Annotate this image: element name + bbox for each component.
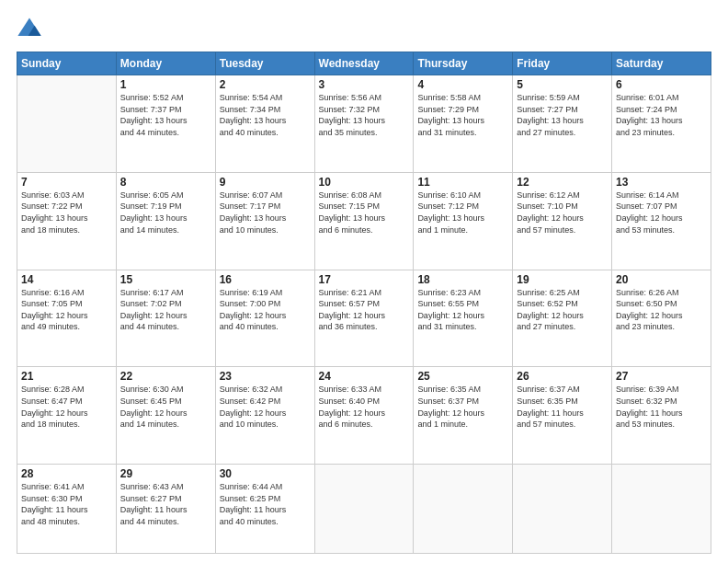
calendar-cell: 6Sunrise: 6:01 AM Sunset: 7:24 PM Daylig… [612, 75, 711, 173]
day-number: 26 [517, 370, 608, 383]
weekday-header-tuesday: Tuesday [215, 52, 314, 75]
calendar-table: SundayMondayTuesdayWednesdayThursdayFrid… [17, 52, 711, 554]
calendar-cell: 1Sunrise: 5:52 AM Sunset: 7:37 PM Daylig… [116, 75, 215, 173]
day-number: 10 [319, 176, 410, 189]
day-number: 2 [220, 78, 311, 91]
calendar-cell [314, 465, 414, 554]
day-info: Sunrise: 6:19 AM Sunset: 7:00 PM Dayligh… [220, 287, 311, 333]
calendar-cell: 14Sunrise: 6:16 AM Sunset: 7:05 PM Dayli… [17, 270, 117, 367]
calendar-cell: 29Sunrise: 6:43 AM Sunset: 6:27 PM Dayli… [116, 465, 215, 554]
day-info: Sunrise: 6:23 AM Sunset: 6:55 PM Dayligh… [417, 287, 508, 333]
day-number: 17 [319, 273, 410, 286]
weekday-header-thursday: Thursday [414, 52, 513, 75]
calendar-cell: 30Sunrise: 6:44 AM Sunset: 6:25 PM Dayli… [215, 465, 314, 554]
day-number: 18 [417, 273, 508, 286]
day-info: Sunrise: 6:39 AM Sunset: 6:32 PM Dayligh… [616, 384, 707, 430]
day-info: Sunrise: 6:37 AM Sunset: 6:35 PM Dayligh… [517, 384, 608, 430]
calendar-cell: 10Sunrise: 6:08 AM Sunset: 7:15 PM Dayli… [314, 172, 414, 270]
weekday-header-saturday: Saturday [612, 52, 711, 75]
day-number: 1 [120, 78, 211, 91]
calendar-cell: 17Sunrise: 6:21 AM Sunset: 6:57 PM Dayli… [314, 270, 414, 367]
logo [17, 17, 46, 42]
day-number: 24 [319, 370, 410, 383]
day-number: 13 [616, 176, 707, 189]
weekday-header-monday: Monday [116, 52, 215, 75]
day-number: 7 [21, 176, 112, 189]
logo-icon [17, 17, 42, 42]
calendar-cell: 26Sunrise: 6:37 AM Sunset: 6:35 PM Dayli… [513, 367, 612, 465]
day-number: 15 [120, 273, 211, 286]
calendar-cell: 28Sunrise: 6:41 AM Sunset: 6:30 PM Dayli… [17, 465, 117, 554]
day-info: Sunrise: 6:10 AM Sunset: 7:12 PM Dayligh… [417, 190, 508, 236]
week-row-3: 14Sunrise: 6:16 AM Sunset: 7:05 PM Dayli… [17, 270, 711, 367]
day-info: Sunrise: 6:17 AM Sunset: 7:02 PM Dayligh… [120, 287, 211, 333]
day-number: 11 [417, 176, 508, 189]
weekday-header-friday: Friday [513, 52, 612, 75]
calendar-cell: 11Sunrise: 6:10 AM Sunset: 7:12 PM Dayli… [414, 172, 513, 270]
day-number: 19 [517, 273, 608, 286]
calendar-cell: 25Sunrise: 6:35 AM Sunset: 6:37 PM Dayli… [414, 367, 513, 465]
day-info: Sunrise: 6:12 AM Sunset: 7:10 PM Dayligh… [517, 190, 608, 236]
day-number: 20 [616, 273, 707, 286]
calendar-cell: 20Sunrise: 6:26 AM Sunset: 6:50 PM Dayli… [612, 270, 711, 367]
week-row-4: 21Sunrise: 6:28 AM Sunset: 6:47 PM Dayli… [17, 367, 711, 465]
day-number: 14 [21, 273, 112, 286]
page: SundayMondayTuesdayWednesdayThursdayFrid… [0, 0, 728, 563]
day-info: Sunrise: 6:25 AM Sunset: 6:52 PM Dayligh… [517, 287, 608, 333]
week-row-1: 1Sunrise: 5:52 AM Sunset: 7:37 PM Daylig… [17, 75, 711, 173]
day-number: 30 [220, 467, 311, 480]
day-number: 25 [417, 370, 508, 383]
day-number: 28 [21, 467, 112, 480]
day-info: Sunrise: 6:32 AM Sunset: 6:42 PM Dayligh… [220, 384, 311, 430]
calendar-cell: 23Sunrise: 6:32 AM Sunset: 6:42 PM Dayli… [215, 367, 314, 465]
day-number: 6 [616, 78, 707, 91]
calendar-cell: 27Sunrise: 6:39 AM Sunset: 6:32 PM Dayli… [612, 367, 711, 465]
calendar-cell: 22Sunrise: 6:30 AM Sunset: 6:45 PM Dayli… [116, 367, 215, 465]
day-info: Sunrise: 6:05 AM Sunset: 7:19 PM Dayligh… [120, 190, 211, 236]
week-row-5: 28Sunrise: 6:41 AM Sunset: 6:30 PM Dayli… [17, 465, 711, 554]
calendar-cell: 16Sunrise: 6:19 AM Sunset: 7:00 PM Dayli… [215, 270, 314, 367]
day-info: Sunrise: 6:01 AM Sunset: 7:24 PM Dayligh… [616, 92, 707, 138]
day-info: Sunrise: 6:35 AM Sunset: 6:37 PM Dayligh… [417, 384, 508, 430]
week-row-2: 7Sunrise: 6:03 AM Sunset: 7:22 PM Daylig… [17, 172, 711, 270]
day-info: Sunrise: 6:03 AM Sunset: 7:22 PM Dayligh… [21, 190, 112, 236]
calendar-cell: 9Sunrise: 6:07 AM Sunset: 7:17 PM Daylig… [215, 172, 314, 270]
day-info: Sunrise: 6:41 AM Sunset: 6:30 PM Dayligh… [21, 481, 112, 527]
day-info: Sunrise: 6:08 AM Sunset: 7:15 PM Dayligh… [319, 190, 410, 236]
calendar-cell: 15Sunrise: 6:17 AM Sunset: 7:02 PM Dayli… [116, 270, 215, 367]
calendar-cell: 24Sunrise: 6:33 AM Sunset: 6:40 PM Dayli… [314, 367, 414, 465]
calendar-cell: 2Sunrise: 5:54 AM Sunset: 7:34 PM Daylig… [215, 75, 314, 173]
day-info: Sunrise: 6:30 AM Sunset: 6:45 PM Dayligh… [120, 384, 211, 430]
day-number: 27 [616, 370, 707, 383]
day-info: Sunrise: 6:44 AM Sunset: 6:25 PM Dayligh… [220, 481, 311, 527]
weekday-header-wednesday: Wednesday [314, 52, 414, 75]
day-info: Sunrise: 5:58 AM Sunset: 7:29 PM Dayligh… [417, 92, 508, 138]
day-number: 3 [319, 78, 410, 91]
day-number: 8 [120, 176, 211, 189]
day-number: 21 [21, 370, 112, 383]
day-info: Sunrise: 5:56 AM Sunset: 7:32 PM Dayligh… [319, 92, 410, 138]
calendar-cell [17, 75, 117, 173]
day-info: Sunrise: 5:54 AM Sunset: 7:34 PM Dayligh… [220, 92, 311, 138]
calendar-cell: 7Sunrise: 6:03 AM Sunset: 7:22 PM Daylig… [17, 172, 117, 270]
calendar-cell: 5Sunrise: 5:59 AM Sunset: 7:27 PM Daylig… [513, 75, 612, 173]
calendar-cell: 8Sunrise: 6:05 AM Sunset: 7:19 PM Daylig… [116, 172, 215, 270]
calendar-cell: 12Sunrise: 6:12 AM Sunset: 7:10 PM Dayli… [513, 172, 612, 270]
weekday-header-sunday: Sunday [17, 52, 117, 75]
day-number: 16 [220, 273, 311, 286]
header [17, 17, 711, 42]
day-info: Sunrise: 6:14 AM Sunset: 7:07 PM Dayligh… [616, 190, 707, 236]
calendar-cell [513, 465, 612, 554]
calendar-cell: 3Sunrise: 5:56 AM Sunset: 7:32 PM Daylig… [314, 75, 414, 173]
day-info: Sunrise: 6:28 AM Sunset: 6:47 PM Dayligh… [21, 384, 112, 430]
day-info: Sunrise: 6:33 AM Sunset: 6:40 PM Dayligh… [319, 384, 410, 430]
day-info: Sunrise: 6:21 AM Sunset: 6:57 PM Dayligh… [319, 287, 410, 333]
calendar-cell: 19Sunrise: 6:25 AM Sunset: 6:52 PM Dayli… [513, 270, 612, 367]
calendar-cell [612, 465, 711, 554]
day-number: 9 [220, 176, 311, 189]
day-info: Sunrise: 6:26 AM Sunset: 6:50 PM Dayligh… [616, 287, 707, 333]
day-number: 29 [120, 467, 211, 480]
day-info: Sunrise: 5:52 AM Sunset: 7:37 PM Dayligh… [120, 92, 211, 138]
calendar-cell [414, 465, 513, 554]
calendar-cell: 13Sunrise: 6:14 AM Sunset: 7:07 PM Dayli… [612, 172, 711, 270]
